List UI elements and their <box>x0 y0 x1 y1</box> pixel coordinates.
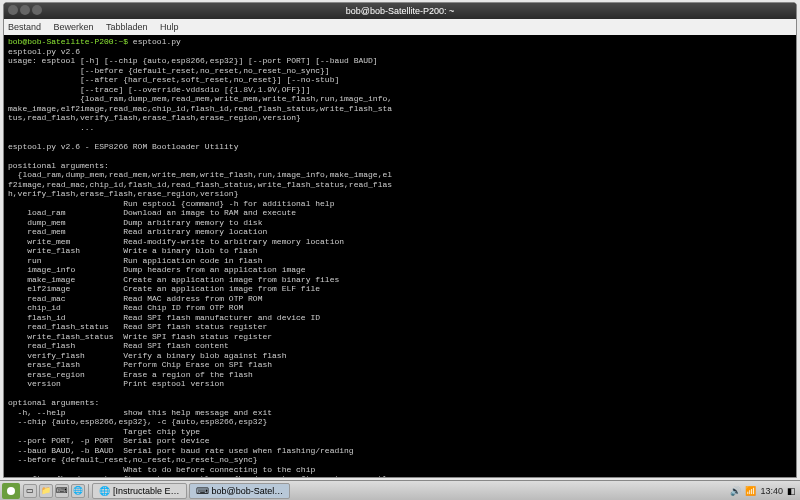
out: esptool.py v2.6 - ESP8266 ROM Bootloader… <box>8 142 238 151</box>
clock[interactable]: 13:40 <box>760 486 783 496</box>
taskbar: ▭ 📁 ⌨ 🌐 🌐 [Instructable E… ⌨ bob@bob-Sat… <box>0 480 800 500</box>
taskbar-item-terminal[interactable]: ⌨ bob@bob-Satel… <box>189 483 291 499</box>
out: write_mem Read-modify-write to arbitrary… <box>8 237 344 246</box>
volume-icon[interactable]: 🔊 <box>730 486 741 496</box>
out: dump_mem Dump arbitrary memory to disk <box>8 218 262 227</box>
out: h,verify_flash,erase_flash,erase_region,… <box>8 189 238 198</box>
menu-bestand[interactable]: Bestand <box>8 22 41 32</box>
menu-tabbladen[interactable]: Tabbladen <box>106 22 148 32</box>
out: read_flash Read SPI flash content <box>8 341 229 350</box>
out: read_flash_status Read SPI flash status … <box>8 322 267 331</box>
out: tus,read_flash,verify_flash,erase_flash,… <box>8 113 301 122</box>
out: ... <box>8 123 94 132</box>
mint-logo-icon <box>6 486 16 496</box>
tray-icon[interactable]: ◧ <box>787 486 796 496</box>
out: make_image,elf2image,read_mac,chip_id,fl… <box>8 104 392 113</box>
out: f2image,read_mac,chip_id,flash_id,read_f… <box>8 180 392 189</box>
out: read_mac Read MAC address from OTP ROM <box>8 294 262 303</box>
out: positional arguments: <box>8 161 109 170</box>
out: -h, --help show this help message and ex… <box>8 408 272 417</box>
browser-icon: 🌐 <box>99 486 110 496</box>
out: [--trace] [--override-vddsdio [{1.8V,1.9… <box>8 85 310 94</box>
terminal-window: bob@bob-Satellite-P200: ~ Bestand Bewerk… <box>3 2 797 478</box>
out: [--after {hard_reset,soft_reset,no_reset… <box>8 75 339 84</box>
file-manager-icon[interactable]: 📁 <box>39 484 53 498</box>
menubar: Bestand Bewerken Tabbladen Hulp <box>4 19 796 35</box>
show-desktop-icon[interactable]: ▭ <box>23 484 37 498</box>
out: flash_id Read SPI flash manufacturer and… <box>8 313 320 322</box>
out: Run esptool {command} -h for additional … <box>8 199 334 208</box>
window-control-btn[interactable] <box>8 5 18 15</box>
out: Target chip type <box>8 427 200 436</box>
out: version Print esptool version <box>8 379 224 388</box>
out: make_image Create an application image f… <box>8 275 339 284</box>
out: --chip {auto,esp8266,esp32}, -c {auto,es… <box>8 417 267 426</box>
out: [--before {default_reset,no_reset,no_res… <box>8 66 330 75</box>
system-tray: 🔊 📶 13:40 ◧ <box>730 486 800 496</box>
out: --baud BAUD, -b BAUD Serial port baud ra… <box>8 446 354 455</box>
out: load_ram Download an image to RAM and ex… <box>8 208 296 217</box>
menu-hulp[interactable]: Hulp <box>160 22 179 32</box>
out: usage: esptool [-h] [--chip {auto,esp826… <box>8 56 378 65</box>
out: {load_ram,dump_mem,read_mem,write_mem,wr… <box>8 170 392 179</box>
menu-bewerken[interactable]: Bewerken <box>54 22 94 32</box>
network-icon[interactable]: 📶 <box>745 486 756 496</box>
task-label: bob@bob-Satel… <box>212 486 284 496</box>
out: optional arguments: <box>8 398 99 407</box>
window-control-btn[interactable] <box>20 5 30 15</box>
out: verify_flash Verify a binary blob agains… <box>8 351 286 360</box>
cmd: esptool.py <box>133 37 181 46</box>
task-label: [Instructable E… <box>113 486 180 496</box>
out: erase_flash Perform Chip Erase on SPI fl… <box>8 360 272 369</box>
out: What to do before connecting to the chip <box>8 465 315 474</box>
out: read_mem Read arbitrary memory location <box>8 227 267 236</box>
out: write_flash_status Write SPI flash statu… <box>8 332 272 341</box>
out: --port PORT, -p PORT Serial port device <box>8 436 210 445</box>
start-button[interactable] <box>2 483 20 499</box>
out: --before {default_reset,no_reset,no_rese… <box>8 455 258 464</box>
terminal-icon[interactable]: ⌨ <box>55 484 69 498</box>
titlebar[interactable]: bob@bob-Satellite-P200: ~ <box>4 3 796 19</box>
taskbar-item-instructable[interactable]: 🌐 [Instructable E… <box>92 483 187 499</box>
out: esptool.py v2.6 <box>8 47 80 56</box>
out: --after {hard_reset,soft_reset,no_reset}… <box>8 474 387 478</box>
out: erase_region Erase a region of the flash <box>8 370 253 379</box>
out: run Run application code in flash <box>8 256 262 265</box>
svg-point-0 <box>7 487 15 495</box>
terminal-output[interactable]: bob@bob-Satellite-P200:~$ esptool.py esp… <box>4 35 796 478</box>
separator <box>88 484 89 498</box>
browser-icon[interactable]: 🌐 <box>71 484 85 498</box>
out: image_info Dump headers from an applicat… <box>8 265 306 274</box>
out: elf2image Create an application image fr… <box>8 284 320 293</box>
out: chip_id Read Chip ID from OTP ROM <box>8 303 243 312</box>
prompt: bob@bob-Satellite-P200:~$ <box>8 37 128 46</box>
window-title: bob@bob-Satellite-P200: ~ <box>346 6 454 16</box>
window-control-btn[interactable] <box>32 5 42 15</box>
window-controls <box>8 5 42 15</box>
out: {load_ram,dump_mem,read_mem,write_mem,wr… <box>8 94 392 103</box>
out: write_flash Write a binary blob to flash <box>8 246 258 255</box>
terminal-icon: ⌨ <box>196 486 209 496</box>
